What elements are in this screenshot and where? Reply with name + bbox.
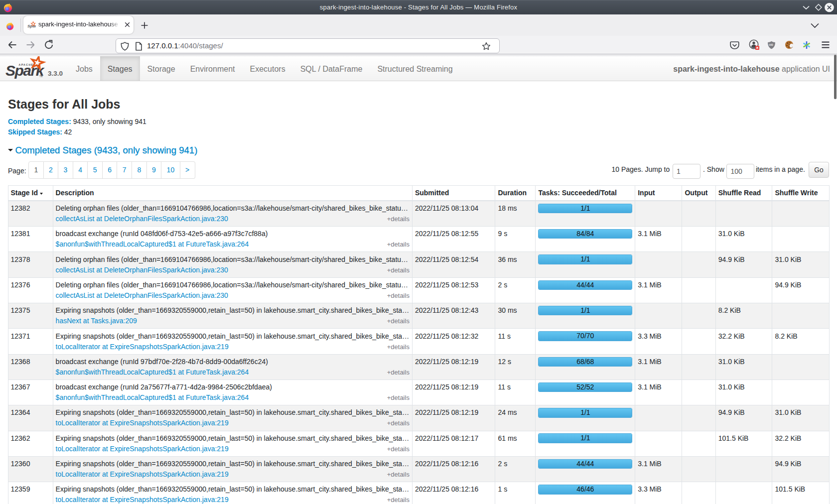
svg-text:Spark: Spark — [27, 24, 36, 28]
svg-text:TM: TM — [39, 75, 43, 78]
svg-text:UO: UO — [769, 43, 774, 46]
svg-text:3.3.0: 3.3.0 — [48, 69, 63, 77]
